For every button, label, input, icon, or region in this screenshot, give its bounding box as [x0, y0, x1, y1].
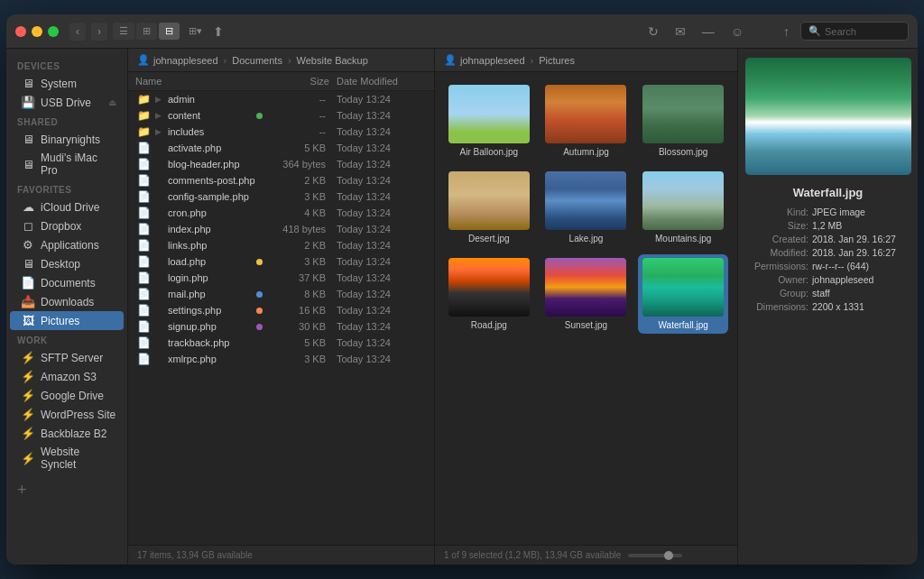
meta-dimensions-label: Dimensions: — [745, 301, 808, 312]
sidebar-item-downloads[interactable]: 📥 Downloads — [10, 292, 124, 311]
sidebar-item-system[interactable]: 🖥 System — [10, 74, 124, 93]
sidebar-item-wordpress[interactable]: ⚡ WordPress Site — [10, 405, 124, 424]
imacpro-icon: 🖥 — [21, 158, 35, 171]
maximize-button[interactable] — [48, 26, 59, 37]
table-row[interactable]: 📄xmlrpc.php3 KBToday 13:24 — [128, 351, 434, 367]
desktop-icon: 🖥 — [21, 257, 35, 271]
table-row[interactable]: 📁▶includes--Today 13:24 — [128, 124, 434, 140]
column-view-button[interactable]: ⊞ — [136, 23, 157, 40]
back-button[interactable]: ‹ — [69, 23, 86, 41]
file-size: 4 KB — [270, 207, 333, 218]
refresh-icon[interactable]: ↻ — [642, 22, 664, 41]
sidebar-item-pictures[interactable]: 🖼 Pictures — [10, 311, 124, 330]
sidebar-section-devices: Devices — [6, 56, 127, 74]
sftp-icon: ⚡ — [21, 351, 35, 364]
sidebar-item-applications[interactable]: ⚙ Applications — [10, 235, 124, 254]
add-location-button[interactable]: + — [6, 477, 127, 503]
eject-icon[interactable]: ⏏ — [108, 97, 116, 107]
expand-arrow[interactable]: ▶ — [155, 127, 162, 136]
breadcrumb-part1: johnappleseed — [153, 55, 218, 66]
amazon-icon: ⚡ — [21, 370, 35, 383]
col-name-header[interactable]: Name — [135, 76, 273, 87]
sidebar-item-binarynights[interactable]: 🖥 Binarynights — [10, 130, 124, 149]
grid-view-button[interactable]: ⊟ — [159, 23, 180, 40]
table-row[interactable]: 📁▶admin--Today 13:24 — [128, 91, 434, 107]
close-button[interactable] — [15, 26, 26, 37]
table-row[interactable]: 📄load.php3 KBToday 13:24 — [128, 253, 434, 270]
table-row[interactable]: 📄settings.php16 KBToday 13:24 — [128, 302, 434, 318]
list-view-button[interactable]: ☰ — [113, 23, 134, 40]
sidebar-item-documents[interactable]: 📄 Documents — [10, 273, 124, 292]
table-row[interactable]: 📄activate.php5 KBToday 13:24 — [128, 140, 434, 156]
upload-icon[interactable]: ↑ — [778, 22, 795, 41]
sidebar-item-amazon-s3[interactable]: ⚡ Amazon S3 — [10, 367, 124, 386]
folder-icon: 📁 — [135, 109, 152, 122]
picture-label: Air Balloon.jpg — [460, 147, 518, 157]
sidebar-item-usb-drive[interactable]: 💾 USB Drive ⏏ — [10, 93, 124, 112]
file-name: signup.php — [168, 321, 253, 332]
file-size: 5 KB — [270, 142, 333, 153]
list-item[interactable]: Blossom.jpg — [638, 81, 728, 161]
zoom-slider[interactable] — [628, 554, 682, 557]
table-row[interactable]: 📄signup.php30 KBToday 13:24 — [128, 318, 434, 335]
minimize-button[interactable] — [32, 26, 42, 37]
sidebar-item-website-synclet[interactable]: ⚡ Website Synclet — [10, 443, 124, 473]
file-icon: 📄 — [135, 190, 152, 203]
expand-arrow[interactable]: ▶ — [155, 111, 162, 120]
table-row[interactable]: 📁▶content--Today 13:24 — [128, 107, 434, 124]
table-row[interactable]: 📄cron.php4 KBToday 13:24 — [128, 205, 434, 221]
file-size: -- — [270, 110, 333, 121]
table-row[interactable]: 📄config-sample.php3 KBToday 13:24 — [128, 188, 434, 205]
share-icon[interactable]: ⬆ — [208, 22, 229, 41]
file-icon: 📄 — [135, 255, 152, 268]
table-row[interactable]: 📄links.php2 KBToday 13:24 — [128, 237, 434, 253]
list-item[interactable]: Autumn.jpg — [541, 81, 632, 161]
sidebar-item-icloud[interactable]: ☁ iCloud Drive — [10, 198, 124, 216]
zoom-thumb[interactable] — [664, 551, 673, 560]
list-item[interactable]: Air Balloon.jpg — [444, 81, 534, 161]
file-name: admin — [168, 94, 266, 105]
meta-size-value: 1,2 MB — [812, 220, 842, 231]
forward-button[interactable]: › — [91, 23, 107, 41]
mail-icon[interactable]: ✉ — [670, 22, 691, 41]
col-date-header[interactable]: Date Modified — [337, 76, 427, 87]
table-row[interactable]: 📄comments-post.php2 KBToday 13:24 — [128, 172, 434, 188]
sidebar-item-sftp[interactable]: ⚡ SFTP Server — [10, 348, 124, 367]
table-row[interactable]: 📄trackback.php5 KBToday 13:24 — [128, 335, 434, 351]
list-item[interactable]: Lake.jpg — [541, 168, 632, 247]
file-date: Today 13:24 — [337, 240, 427, 251]
file-icon: 📄 — [135, 271, 152, 284]
picture-label: Waterfall.jpg — [659, 320, 708, 330]
table-row[interactable]: 📄index.php418 bytesToday 13:24 — [128, 221, 434, 237]
list-item[interactable]: Desert.jpg — [444, 168, 534, 247]
sidebar-item-dropbox[interactable]: ◻ Dropbox — [10, 216, 124, 235]
sidebar-item-label: Google Drive — [41, 390, 104, 402]
file-size: 3 KB — [270, 256, 333, 267]
list-item[interactable]: Sunset.jpg — [541, 254, 632, 334]
col-size-header[interactable]: Size — [273, 76, 337, 87]
file-icon: 📄 — [135, 158, 152, 170]
list-item[interactable]: Road.jpg — [444, 254, 534, 334]
sidebar-item-backblaze[interactable]: ⚡ Backblaze B2 — [10, 424, 124, 443]
arrange-button[interactable]: ⊞▾ — [189, 25, 202, 37]
picture-thumbnail — [545, 258, 626, 317]
table-row[interactable]: 📄mail.php8 KBToday 13:24 — [128, 286, 434, 302]
main-content: Devices 🖥 System 💾 USB Drive ⏏ Shared 🖥 … — [6, 49, 918, 565]
synclet-icon: ⚡ — [21, 452, 35, 465]
downloads-icon: 📥 — [21, 295, 35, 308]
sidebar-item-imac-pro[interactable]: 🖥 Mudi's iMac Pro — [10, 149, 124, 179]
sidebar-item-desktop[interactable]: 🖥 Desktop — [10, 254, 124, 273]
file-icon: 📄 — [135, 320, 152, 333]
sidebar-section-work: Work — [6, 330, 127, 348]
list-item[interactable]: Mountains.jpg — [638, 168, 728, 247]
list-item[interactable]: Waterfall.jpg — [638, 254, 728, 334]
search-box[interactable]: 🔍 Search — [800, 22, 909, 41]
dash-icon[interactable]: — — [697, 22, 720, 41]
table-row[interactable]: 📄blog-header.php364 bytesToday 13:24 — [128, 156, 434, 172]
picture-label: Blossom.jpg — [659, 147, 707, 157]
file-icon: 📄 — [135, 288, 152, 300]
expand-arrow[interactable]: ▶ — [155, 95, 162, 104]
emoji-icon[interactable]: ☺ — [725, 22, 749, 41]
sidebar-item-google-drive[interactable]: ⚡ Google Drive — [10, 386, 124, 405]
table-row[interactable]: 📄login.php37 KBToday 13:24 — [128, 270, 434, 286]
